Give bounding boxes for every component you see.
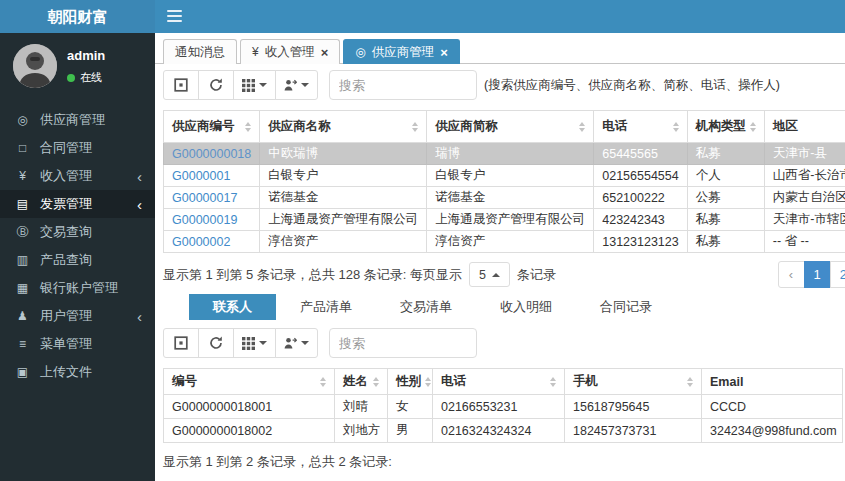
chevron-left-icon: ‹	[137, 309, 142, 324]
export-button[interactable]	[275, 328, 318, 358]
table-row[interactable]: G0000000018002 刘地方 男 0216324324324 18245…	[164, 419, 843, 443]
sidebar-item-supplier-management[interactable]: ◎ 供应商管理	[0, 106, 155, 134]
table-row[interactable]: G0000001 白银专户 白银专户 02156554554 个人 山西省-长治…	[164, 165, 845, 187]
page-button-2[interactable]: 2	[830, 261, 845, 288]
columns-button[interactable]	[233, 70, 276, 100]
table-row[interactable]: G00000019 上海通晟资产管理有限公司 上海通晟资产管理有限公司 4232…	[164, 209, 845, 231]
contacts-toolbar	[163, 328, 845, 358]
search-hint: (搜索供应商编号、供应商名称、简称、电话、操作人)	[484, 77, 780, 94]
page-size-dropdown[interactable]: 5	[469, 262, 510, 287]
sort-icon	[683, 377, 693, 387]
supplier-id-link[interactable]: G0000000018	[172, 147, 251, 161]
sidebar-item-income-management[interactable]: ¥ 收入管理 ‹	[0, 162, 155, 190]
column-header-mobile[interactable]: 手机	[565, 369, 702, 395]
sidebar-menu: ◎ 供应商管理 □ 合同管理 ¥ 收入管理 ‹ ▤ 发票管理 ‹ Ⓑ 交易查询 …	[0, 106, 155, 386]
sidebar-item-upload-file[interactable]: ▣ 上传文件	[0, 358, 155, 386]
column-header-email[interactable]: Email	[702, 369, 843, 395]
sort-icon	[408, 122, 418, 132]
contacts-search-input[interactable]	[329, 328, 477, 358]
detail-tab-product-list[interactable]: 产品清单	[276, 294, 376, 320]
supplier-toolbar: (搜索供应商编号、供应商名称、简称、电话、操作人)	[163, 70, 845, 100]
supplier-panel: (搜索供应商编号、供应商名称、简称、电话、操作人) 供应商编号 供应商名称 供应…	[155, 64, 845, 471]
column-header-phone[interactable]: 电话	[433, 369, 565, 395]
column-header-gender[interactable]: 性别	[388, 369, 433, 395]
sort-icon	[669, 122, 679, 132]
page-list: ‹ 1 2	[779, 261, 845, 288]
sidebar-item-menu-management[interactable]: ≡ 菜单管理	[0, 330, 155, 358]
sidebar-item-bank-account-management[interactable]: ▦ 银行账户管理	[0, 274, 155, 302]
menu-bars-icon: ≡	[14, 337, 31, 351]
toggle-view-button[interactable]	[163, 70, 199, 100]
bank-book-icon: ▦	[14, 281, 31, 295]
toolbar-button-group	[163, 70, 318, 100]
table-row[interactable]: G0000000018001 刘晴 女 02166553231 15618795…	[164, 395, 843, 419]
columns-grid-icon	[242, 79, 255, 92]
sort-icon	[369, 377, 379, 387]
supplier-id-link[interactable]: G0000002	[172, 235, 230, 249]
tab-label: 供应商管理	[372, 41, 435, 64]
columns-button[interactable]	[233, 328, 276, 358]
column-header-institution-type[interactable]: 机构类型	[687, 111, 764, 143]
supplier-search-input[interactable]	[329, 70, 477, 100]
sort-icon	[316, 377, 326, 387]
table-row[interactable]: G0000000018 中欧瑞博 瑞博 65445565 私募 天津市-县 a	[164, 143, 845, 165]
tab-supplier-management[interactable]: ◎ 供应商管理 ×	[343, 39, 460, 64]
detail-tab-contract-records[interactable]: 合同记录	[576, 294, 676, 320]
hamburger-icon[interactable]	[167, 10, 182, 23]
product-card-icon: ▥	[14, 253, 31, 267]
sidebar: admin 在线 ◎ 供应商管理 □ 合同管理 ¥ 收入管理 ‹ ▤ 发票管理 …	[0, 33, 155, 481]
sidebar-item-invoice-management[interactable]: ▤ 发票管理 ‹	[0, 190, 155, 218]
column-header-region[interactable]: 地区	[764, 111, 845, 143]
column-header-supplier-name[interactable]: 供应商名称	[260, 111, 427, 143]
supplier-table: 供应商编号 供应商名称 供应商简称 电话 机构类型 地区 操作人 G000000…	[163, 110, 845, 253]
detail-tab-income-detail[interactable]: 收入明细	[476, 294, 576, 320]
chevron-left-icon: ‹	[137, 169, 142, 184]
table-row[interactable]: G0000002 淳信资产 淳信资产 13123123123 私募 -- 省 -…	[164, 231, 845, 253]
person-icon: ♟	[14, 309, 31, 323]
prev-page-button[interactable]: ‹	[778, 261, 805, 288]
sort-icon	[421, 377, 431, 387]
sidebar-item-transaction-query[interactable]: Ⓑ 交易查询	[0, 218, 155, 246]
tab-label: 通知消息	[175, 41, 225, 64]
target-icon: ◎	[14, 113, 31, 127]
user-name: admin	[67, 48, 105, 63]
page-button-1[interactable]: 1	[804, 261, 831, 288]
sidebar-item-product-query[interactable]: ▥ 产品查询	[0, 246, 155, 274]
chevron-down-icon	[259, 83, 267, 87]
document-icon: □	[14, 141, 31, 155]
sort-icon	[746, 122, 756, 132]
sort-icon	[241, 122, 251, 132]
sidebar-item-label: 上传文件	[40, 363, 92, 381]
column-header-phone[interactable]: 电话	[594, 111, 687, 143]
toggle-icon	[174, 78, 188, 92]
toggle-view-button[interactable]	[163, 328, 199, 358]
refresh-button[interactable]	[198, 328, 234, 358]
invoice-icon: ▤	[14, 197, 31, 211]
close-icon[interactable]: ×	[321, 41, 329, 64]
tab-notifications[interactable]: 通知消息	[163, 39, 237, 64]
supplier-id-link[interactable]: G0000001	[172, 169, 230, 183]
detail-tab-contacts[interactable]: 联系人	[189, 294, 276, 320]
supplier-id-link[interactable]: G00000017	[172, 191, 237, 205]
close-icon[interactable]: ×	[440, 41, 448, 64]
column-header-supplier-id[interactable]: 供应商编号	[164, 111, 260, 143]
brand-title: 朝阳财富	[0, 0, 155, 33]
detail-tab-transaction-list[interactable]: 交易清单	[376, 294, 476, 320]
tab-bar: 通知消息 ¥ 收入管理 × ◎ 供应商管理 ×	[155, 33, 845, 64]
contacts-table: 编号 姓名 性别 电话 手机 Email G0000000018001 刘晴 女…	[163, 368, 843, 443]
table-row[interactable]: G00000017 诺德基金 诺德基金 652100222 公募 内蒙古自治区 …	[164, 187, 845, 209]
export-button[interactable]	[275, 70, 318, 100]
column-header-supplier-short[interactable]: 供应商简称	[427, 111, 594, 143]
column-header-name[interactable]: 姓名	[335, 369, 388, 395]
supplier-id-link[interactable]: G00000019	[172, 213, 237, 227]
sidebar-item-label: 产品查询	[40, 251, 92, 269]
chevron-left-icon: ‹	[137, 197, 142, 212]
sidebar-item-user-management[interactable]: ♟ 用户管理 ‹	[0, 302, 155, 330]
export-icon	[284, 337, 297, 350]
user-panel: admin 在线	[0, 33, 155, 98]
top-navbar: 朝阳财富	[0, 0, 845, 33]
sidebar-item-contract-management[interactable]: □ 合同管理	[0, 134, 155, 162]
column-header-contact-id[interactable]: 编号	[164, 369, 335, 395]
refresh-button[interactable]	[198, 70, 234, 100]
tab-income-management[interactable]: ¥ 收入管理 ×	[240, 39, 340, 64]
